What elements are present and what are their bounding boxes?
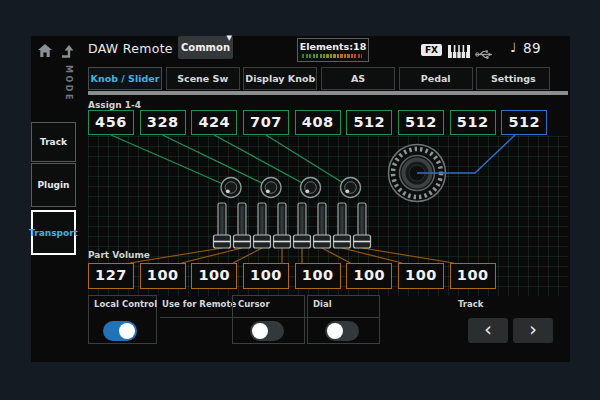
assign-value-7[interactable]: 512	[398, 110, 444, 135]
cursor-label: Cursor	[238, 299, 270, 309]
part-slider-5[interactable]	[294, 203, 311, 248]
part-volume-text: 100	[250, 267, 282, 283]
device-frame: MODE DAW Remote Common ▼ Elements:18 FX	[0, 0, 600, 400]
track-prev-button[interactable]: ‹	[468, 318, 508, 343]
part-slider-2[interactable]	[234, 203, 251, 248]
toggle-knob	[119, 323, 135, 339]
assign-value-2[interactable]: 328	[140, 110, 186, 135]
assign-value-text: 424	[198, 114, 230, 130]
part-volume-6[interactable]: 100	[346, 263, 392, 289]
use-for-remote-label: Use for Remote	[162, 299, 236, 309]
part-slider-6[interactable]	[314, 203, 331, 248]
cursor-toggle[interactable]	[250, 321, 284, 341]
part-volume-3[interactable]: 100	[191, 263, 237, 289]
part-volume-8[interactable]: 100	[450, 263, 496, 289]
part-volume-text: 100	[457, 267, 489, 283]
toggle-knob	[327, 323, 343, 339]
assign-knob-1[interactable]	[221, 178, 241, 198]
assign-value-text: 328	[147, 114, 179, 130]
part-volume-7[interactable]: 100	[398, 263, 444, 289]
part-volume-4[interactable]: 100	[243, 263, 289, 289]
part-slider-1[interactable]	[214, 203, 231, 248]
track-nav-label: Track	[458, 299, 483, 309]
part-volume-2[interactable]: 100	[140, 263, 186, 289]
part-volume-5[interactable]: 100	[295, 263, 341, 289]
part-volume-text: 100	[353, 267, 385, 283]
dial-label: Dial	[313, 299, 332, 309]
chevron-left-icon: ‹	[484, 318, 492, 340]
assign-value-text: 408	[302, 114, 334, 130]
part-volume-text: 100	[405, 267, 437, 283]
dial-toggle[interactable]	[325, 321, 359, 341]
part-volume-text: 100	[147, 267, 179, 283]
assign-knob-3[interactable]	[301, 178, 321, 198]
assign-knob-2[interactable]	[261, 178, 281, 198]
local-control-toggle[interactable]	[103, 321, 137, 341]
part-slider-3[interactable]	[254, 203, 271, 248]
local-control-label: Local Control	[94, 299, 157, 309]
part-slider-7[interactable]	[334, 203, 351, 248]
assign-value-8[interactable]: 512	[450, 110, 496, 135]
assign-value-text: 512	[457, 114, 489, 130]
assign-knob-4[interactable]	[341, 178, 361, 198]
assign-value-text: 707	[250, 114, 282, 130]
chevron-right-icon: ›	[529, 318, 537, 340]
part-volume-1[interactable]: 127	[88, 263, 134, 289]
assign-section-label: Assign 1-4	[88, 100, 141, 110]
toggle-knob	[252, 323, 268, 339]
assign-value-text: 512	[405, 114, 437, 130]
part-volume-text: 127	[95, 267, 127, 283]
assign-value-3[interactable]: 424	[191, 110, 237, 135]
part-volume-text: 100	[198, 267, 230, 283]
assign-value-text: 512	[353, 114, 385, 130]
assign-value-5[interactable]: 408	[295, 110, 341, 135]
part-slider-4[interactable]	[274, 203, 291, 248]
assign-value-4[interactable]: 707	[243, 110, 289, 135]
assign-value-text: 512	[508, 114, 540, 130]
part-volume-section-label: Part Volume	[88, 250, 150, 260]
screen: MODE DAW Remote Common ▼ Elements:18 FX	[31, 36, 570, 362]
volume-connector-lines	[130, 248, 454, 263]
assign-value-9[interactable]: 512	[501, 110, 547, 135]
assign-value-6[interactable]: 512	[346, 110, 392, 135]
track-next-button[interactable]: ›	[513, 318, 553, 343]
assign-value-text: 456	[95, 114, 127, 130]
part-volume-text: 100	[302, 267, 334, 283]
part-slider-8[interactable]	[354, 203, 371, 248]
assign-value-1[interactable]: 456	[88, 110, 134, 135]
